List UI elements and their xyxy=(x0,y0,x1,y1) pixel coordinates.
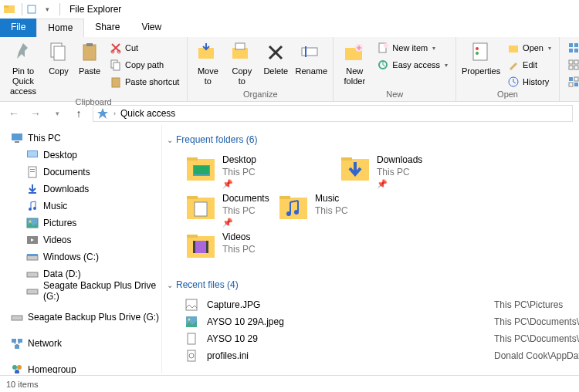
address-location: Quick access xyxy=(120,108,175,119)
address-field[interactable]: › Quick access xyxy=(93,105,573,122)
frequent-folders-grid: DesktopThis PC📌 DownloadsThis PC📌 Docume… xyxy=(162,148,579,276)
svg-rect-1 xyxy=(4,5,8,8)
tree-seagate-external[interactable]: Seagate Backup Plus Drive (G:) xyxy=(0,309,161,326)
open-button[interactable]: Open▾ xyxy=(504,40,554,56)
cut-button[interactable]: Cut xyxy=(107,40,182,56)
pin-to-quick-access-button[interactable]: Pin to Quick access xyxy=(5,39,42,97)
edit-button[interactable]: Edit xyxy=(504,57,554,73)
tree-desktop[interactable]: Desktop xyxy=(0,147,161,164)
desktop-folder-icon xyxy=(185,154,216,185)
folder-tile-desktop[interactable]: DesktopThis PC📌 xyxy=(185,154,340,193)
svg-rect-32 xyxy=(574,60,578,64)
folder-tile-music[interactable]: MusicThis PC xyxy=(278,193,432,231)
svg-rect-68 xyxy=(194,166,209,174)
file-row[interactable]: Capture.JPGThis PC\Pictures xyxy=(185,296,579,313)
invert-selection-icon xyxy=(567,76,579,88)
frequent-folders-header[interactable]: ⌄ Frequent folders (6) xyxy=(162,131,579,148)
move-to-button[interactable]: Move to xyxy=(192,39,223,86)
file-row[interactable]: profiles.iniDonald Cook\AppDat xyxy=(185,347,579,364)
rename-icon xyxy=(299,40,323,65)
copy-path-button[interactable]: Copy path xyxy=(107,57,182,73)
svg-point-48 xyxy=(29,208,32,211)
tree-this-pc[interactable]: This PC xyxy=(0,130,161,147)
tree-homegroup[interactable]: Homegroup xyxy=(0,361,161,373)
select-none-button[interactable]: Select none xyxy=(564,57,579,73)
recent-files-header[interactable]: ⌄ Recent files (4) xyxy=(162,276,579,293)
tree-pictures[interactable]: Pictures xyxy=(0,215,161,231)
paste-shortcut-button[interactable]: Paste shortcut xyxy=(107,74,182,90)
tree-drive-g[interactable]: Seagate Backup Plus Drive (G:) xyxy=(0,282,161,299)
copy-button[interactable]: Copy xyxy=(45,39,73,76)
ribbon-group-clipboard: Pin to Quick access Copy Paste Cut Copy … xyxy=(0,37,188,101)
title-bar: ▾ File Explorer xyxy=(0,0,579,19)
invert-selection-button[interactable]: Invert selection xyxy=(564,74,579,90)
tab-file[interactable]: File xyxy=(0,19,36,37)
navigation-pane[interactable]: This PC Desktop Documents Downloads Musi… xyxy=(0,125,162,373)
svg-rect-14 xyxy=(235,43,245,49)
folder-tile-videos[interactable]: VideosThis PC xyxy=(185,231,340,270)
chevron-down-icon: ⌄ xyxy=(167,136,173,144)
svg-rect-25 xyxy=(509,46,518,52)
svg-rect-60 xyxy=(18,339,22,343)
select-all-button[interactable]: Select all xyxy=(564,40,579,56)
qat-dropdown-icon[interactable]: ▾ xyxy=(41,3,53,15)
history-icon xyxy=(507,76,520,88)
recent-locations-button[interactable]: ▾ xyxy=(49,106,65,121)
quick-access-icon xyxy=(96,107,109,120)
tree-downloads[interactable]: Downloads xyxy=(0,181,161,198)
delete-button[interactable]: Delete xyxy=(260,39,291,76)
svg-rect-86 xyxy=(188,333,195,344)
folder-tile-downloads[interactable]: DownloadsThis PC📌 xyxy=(340,154,494,193)
new-item-button[interactable]: New item▾ xyxy=(374,40,451,56)
copy-to-button[interactable]: Copy to xyxy=(226,39,257,86)
svg-rect-37 xyxy=(569,83,573,86)
status-bar: 10 items xyxy=(0,375,579,392)
svg-rect-83 xyxy=(186,299,197,310)
svg-rect-28 xyxy=(574,43,578,47)
forward-button[interactable]: → xyxy=(28,106,43,121)
back-button[interactable]: ← xyxy=(6,106,22,121)
window-title: File Explorer xyxy=(69,4,121,15)
music-folder-icon xyxy=(278,193,309,224)
ribbon-tabs: File Home Share View xyxy=(0,19,579,37)
ribbon-group-select: Select all Select none Invert selection … xyxy=(560,37,579,101)
svg-rect-56 xyxy=(27,272,38,277)
svg-point-63 xyxy=(17,365,22,370)
new-folder-button[interactable]: New folder xyxy=(338,39,371,86)
svg-rect-38 xyxy=(574,83,578,86)
svg-rect-33 xyxy=(569,66,573,69)
svg-point-20 xyxy=(384,43,388,48)
copy-icon xyxy=(46,40,71,65)
tab-share[interactable]: Share xyxy=(84,19,130,37)
rename-button[interactable]: Rename xyxy=(294,39,328,76)
properties-button[interactable]: Properties xyxy=(461,39,501,76)
svg-rect-82 xyxy=(206,241,208,253)
drive-icon xyxy=(26,285,39,297)
chevron-right-icon: › xyxy=(113,110,116,117)
pin-icon: 📌 xyxy=(222,217,269,228)
file-row[interactable]: AYSO 10 29A.jpegThis PC\Documents\ xyxy=(185,313,579,330)
ribbon-group-open: Properties Open▾ Edit History Open xyxy=(456,37,560,101)
qat-properties-icon[interactable] xyxy=(25,3,38,15)
tab-view[interactable]: View xyxy=(130,19,172,37)
tree-drive-c[interactable]: Windows (C:) xyxy=(0,248,161,265)
tree-music[interactable]: Music xyxy=(0,198,161,215)
edit-icon xyxy=(507,59,520,71)
copy-path-icon xyxy=(110,59,122,71)
file-row[interactable]: AYSO 10 29This PC\Documents\ xyxy=(185,330,579,347)
tab-home[interactable]: Home xyxy=(36,19,84,37)
tree-documents[interactable]: Documents xyxy=(0,164,161,181)
svg-rect-34 xyxy=(574,66,578,69)
downloads-icon xyxy=(26,183,39,195)
documents-folder-icon xyxy=(185,193,216,224)
tree-network[interactable]: Network xyxy=(0,335,161,352)
svg-rect-61 xyxy=(15,345,19,349)
svg-rect-16 xyxy=(305,46,306,57)
history-button[interactable]: History xyxy=(504,74,554,90)
paste-button[interactable]: Paste xyxy=(76,39,103,76)
tree-videos[interactable]: Videos xyxy=(0,231,161,248)
up-button[interactable]: ↑ xyxy=(71,106,86,121)
folder-tile-documents[interactable]: DocumentsThis PC📌 xyxy=(185,193,278,231)
svg-rect-79 xyxy=(187,235,198,238)
easy-access-button[interactable]: Easy access▾ xyxy=(374,57,451,73)
